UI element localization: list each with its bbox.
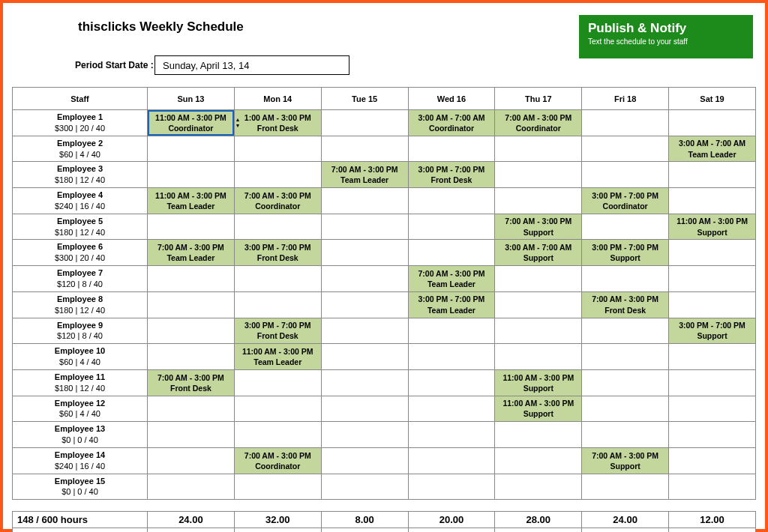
schedule-cell[interactable]: 7:00 AM - 3:00 PMTeam Leader (148, 240, 235, 266)
shift-block[interactable]: 7:00 AM - 3:00 PMFront Desk (582, 292, 668, 318)
shift-block[interactable]: 3:00 AM - 7:00 AMTeam Leader (669, 136, 755, 162)
schedule-cell[interactable] (234, 474, 321, 500)
schedule-cell[interactable] (408, 474, 495, 500)
schedule-cell[interactable] (582, 266, 669, 292)
schedule-cell[interactable] (321, 291, 408, 318)
shift-block[interactable]: 11:00 AM - 3:00 PMTeam Leader (235, 344, 321, 369)
shift-block[interactable]: 3:00 AM - 7:00 AMSupport (495, 240, 581, 265)
schedule-cell[interactable] (582, 396, 669, 422)
schedule-cell[interactable] (582, 162, 669, 188)
shift-block[interactable]: 3:00 PM - 7:00 PMSupport (582, 240, 668, 265)
schedule-cell[interactable]: 7:00 AM - 3:00 PMFront Desk (582, 291, 669, 318)
schedule-cell[interactable] (669, 422, 756, 448)
shift-block[interactable]: 3:00 AM - 7:00 AMCoordinator (409, 110, 495, 136)
schedule-cell[interactable] (234, 136, 321, 162)
schedule-cell[interactable]: 3:00 PM - 7:00 PMFront Desk (234, 240, 321, 266)
schedule-cell[interactable] (148, 396, 235, 422)
period-start-input[interactable]: Sunday, April 13, 14 (154, 55, 350, 75)
schedule-cell[interactable] (148, 474, 235, 500)
schedule-cell[interactable]: 3:00 PM - 7:00 PMFront Desk (234, 318, 321, 344)
schedule-cell[interactable]: 7:00 AM - 3:00 PMTeam Leader (321, 162, 408, 188)
shift-block[interactable]: 7:00 AM - 3:00 PMTeam Leader (409, 266, 495, 291)
shift-block[interactable]: 3:00 PM - 7:00 PMCoordinator (582, 188, 668, 214)
schedule-cell[interactable]: 7:00 AM - 3:00 PMFront Desk (148, 369, 235, 396)
schedule-cell[interactable] (582, 214, 669, 240)
shift-block[interactable]: 7:00 AM - 3:00 PMSupport (495, 214, 581, 240)
shift-block[interactable]: 3:00 PM - 7:00 PMFront Desk (235, 318, 321, 344)
schedule-cell[interactable] (669, 240, 756, 266)
schedule-cell[interactable]: 3:00 PM - 7:00 PMSupport (582, 240, 669, 266)
schedule-cell[interactable]: 3:00 PM - 7:00 PMCoordinator (582, 188, 669, 214)
shift-block[interactable]: 3:00 PM - 7:00 PMFront Desk (235, 240, 321, 265)
schedule-cell[interactable]: 11:00 AM - 3:00 PMTeam Leader (234, 344, 321, 370)
schedule-cell[interactable] (495, 291, 582, 318)
stepper-icon[interactable]: ▲▼ (234, 117, 242, 129)
schedule-cell[interactable] (669, 396, 756, 422)
schedule-cell[interactable] (669, 291, 756, 318)
shift-block[interactable]: 11:00 AM - 3:00 PMSupport (669, 214, 755, 240)
schedule-cell[interactable] (148, 344, 235, 370)
schedule-cell[interactable] (408, 214, 495, 240)
schedule-cell[interactable] (321, 474, 408, 500)
schedule-cell[interactable] (408, 422, 495, 448)
shift-block[interactable]: 7:00 AM - 3:00 PMCoordinator (495, 110, 581, 136)
schedule-cell[interactable]: 11:00 AM - 3:00 PMTeam Leader (148, 188, 235, 214)
schedule-cell[interactable] (321, 110, 408, 136)
schedule-cell[interactable] (495, 136, 582, 162)
schedule-cell[interactable] (408, 447, 495, 474)
shift-block[interactable]: 7:00 AM - 3:00 PMTeam Leader (322, 162, 408, 187)
schedule-cell[interactable] (495, 162, 582, 188)
shift-block[interactable]: 1:00 AM - 3:00 PMFront Desk (235, 110, 321, 136)
schedule-cell[interactable] (408, 136, 495, 162)
schedule-cell[interactable] (495, 318, 582, 344)
shift-block[interactable]: 11:00 AM - 3:00 PMSupport (495, 396, 581, 422)
shift-block[interactable]: 11:00 AM - 3:00 PMSupport (495, 370, 581, 396)
schedule-cell[interactable] (148, 422, 235, 448)
schedule-cell[interactable]: 7:00 AM - 3:00 PMCoordinator (234, 447, 321, 474)
schedule-cell[interactable] (669, 344, 756, 370)
schedule-cell[interactable] (669, 266, 756, 292)
schedule-cell[interactable] (669, 110, 756, 136)
shift-block[interactable]: 11:00 AM - 3:00 PMTeam Leader (148, 188, 234, 214)
shift-block[interactable]: 3:00 PM - 7:00 PMTeam Leader (409, 292, 495, 318)
schedule-cell[interactable] (234, 162, 321, 188)
schedule-cell[interactable] (321, 369, 408, 396)
schedule-cell[interactable] (408, 318, 495, 344)
schedule-cell[interactable]: 3:00 PM - 7:00 PMFront Desk (408, 162, 495, 188)
schedule-cell[interactable] (321, 344, 408, 370)
schedule-cell[interactable]: 1:00 AM - 3:00 PMFront Desk (234, 110, 321, 136)
schedule-cell[interactable]: 11:00 AM - 3:00 PMSupport (495, 369, 582, 396)
schedule-cell[interactable] (582, 344, 669, 370)
shift-block[interactable]: 7:00 AM - 3:00 PMFront Desk (148, 370, 234, 396)
shift-block[interactable]: 7:00 AM - 3:00 PMSupport (582, 448, 668, 474)
schedule-cell[interactable] (669, 447, 756, 474)
schedule-cell[interactable] (234, 396, 321, 422)
schedule-cell[interactable] (495, 422, 582, 448)
shift-block[interactable]: 3:00 PM - 7:00 PMFront Desk (409, 162, 495, 187)
schedule-cell[interactable] (321, 447, 408, 474)
schedule-cell[interactable] (669, 474, 756, 500)
schedule-cell[interactable] (148, 214, 235, 240)
schedule-cell[interactable] (234, 266, 321, 292)
schedule-cell[interactable] (582, 369, 669, 396)
shift-block[interactable]: 7:00 AM - 3:00 PMTeam Leader (148, 240, 234, 265)
schedule-cell[interactable]: 7:00 AM - 3:00 PMCoordinator (495, 110, 582, 136)
shift-block[interactable]: 3:00 PM - 7:00 PMSupport (669, 318, 755, 344)
schedule-cell[interactable] (321, 318, 408, 344)
schedule-cell[interactable] (408, 240, 495, 266)
schedule-cell[interactable] (148, 266, 235, 292)
schedule-cell[interactable]: 7:00 AM - 3:00 PMSupport (582, 447, 669, 474)
schedule-cell[interactable] (148, 162, 235, 188)
schedule-cell[interactable] (495, 266, 582, 292)
schedule-cell[interactable]: 3:00 PM - 7:00 PMSupport (669, 318, 756, 344)
schedule-cell[interactable]: 3:00 AM - 7:00 AMSupport (495, 240, 582, 266)
schedule-cell[interactable]: 3:00 AM - 7:00 AMCoordinator (408, 110, 495, 136)
schedule-cell[interactable] (408, 344, 495, 370)
schedule-cell[interactable]: 3:00 PM - 7:00 PMTeam Leader (408, 291, 495, 318)
schedule-cell[interactable]: 11:00 AM - 3:00 PMSupport (669, 214, 756, 240)
shift-block[interactable]: 7:00 AM - 3:00 PMCoordinator (235, 188, 321, 214)
schedule-cell[interactable] (495, 474, 582, 500)
publish-notify-button[interactable]: Publish & Notify Text the schedule to yo… (579, 15, 753, 58)
schedule-cell[interactable]: 11:00 AM - 3:00 PMSupport (495, 396, 582, 422)
schedule-cell[interactable] (408, 369, 495, 396)
